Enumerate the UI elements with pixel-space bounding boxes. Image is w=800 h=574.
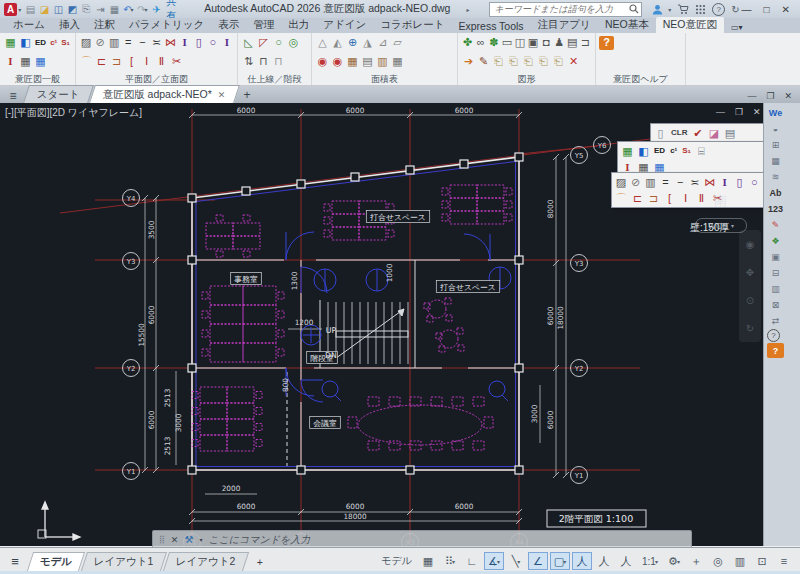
share-button[interactable]: ✈ [149,2,163,16]
status-menu-button[interactable]: ≡ [774,552,794,570]
redo-button[interactable]: ↷▾ [135,2,149,16]
column-i-icon[interactable]: I [178,36,192,50]
cmd-caret-icon[interactable]: ▾ [199,536,202,543]
layout-tab-0[interactable]: モデル [27,552,85,571]
door-swing-icon[interactable]: ⌒ [614,191,629,205]
area-tri-icon[interactable]: △ [315,36,330,50]
shutter-icon[interactable]: ⌸ [694,144,709,158]
ribbon-tab-0[interactable]: ホーム [6,17,52,33]
s1c1-text-icon[interactable]: S₁ [680,144,693,158]
kitchen-icon[interactable]: ▣ [526,36,539,50]
cmd-close-icon[interactable]: ✕ [171,535,179,545]
minimize-button[interactable]: — [742,4,752,15]
workspace-switching-button-caret[interactable]: ▾ [677,558,680,565]
person-icon[interactable]: ♟ [553,36,566,50]
ribbon-tab-1[interactable]: 挿入 [52,17,87,33]
rail2-icon[interactable]: ⊓ [271,55,286,69]
library4-icon[interactable]: ⎗ [536,55,551,69]
layer-palette-icon[interactable]: ≋ [767,169,784,184]
new-drawing-tab-button[interactable]: + [237,87,256,103]
vp-minimize-icon[interactable]: — [716,107,725,117]
comment-palette-icon[interactable]: ◒ [767,121,784,136]
column-round-icon[interactable]: ○ [747,175,761,189]
text-style-palette-icon[interactable]: Ab [767,185,784,200]
maximize-button[interactable]: □ [764,4,770,15]
web-palette-icon[interactable]: We [767,105,784,120]
close-button[interactable]: ✕ [782,4,790,15]
wall-double-icon[interactable]: = [658,175,672,189]
polar-tracking-toggle-caret[interactable]: ▾ [497,558,500,565]
rail-icon[interactable]: ⊓ [256,55,271,69]
check-icon[interactable]: ✔ [690,126,705,140]
jamb1-icon[interactable]: [ [124,55,139,69]
snap-mode-toggle[interactable]: ⠿▾ [440,552,460,570]
snap-mode-toggle-caret[interactable]: ▾ [452,558,455,565]
blue-table-icon[interactable]: ▦ [33,55,48,69]
area-half-icon[interactable]: ◭ [330,36,345,50]
search-icon[interactable] [629,4,639,14]
ribbon-tab-5[interactable]: 管理 [246,17,281,33]
cmd-grip-icon[interactable]: ⣿ [159,535,165,544]
viewport-controls[interactable]: [-][平面図][2D ワイヤフレーム] [5,106,142,120]
wall-break-icon[interactable]: ⋈ [164,36,178,50]
hatch-edit-icon[interactable]: ▥ [644,175,658,189]
wall-double-icon[interactable]: = [121,36,135,50]
new-layout-button[interactable]: + [245,553,277,570]
annotation-scale-button-caret[interactable]: ▾ [655,558,658,565]
jamb1-icon[interactable]: [ [662,191,677,205]
pan-icon[interactable]: ✥ [746,267,754,278]
wc-icon[interactable]: ◫ [513,36,526,50]
column-rect-icon[interactable]: ▯ [733,175,747,189]
help-palette-icon[interactable]: ? [767,329,780,342]
account-icon[interactable] [652,4,663,15]
file-tab-menu-icon[interactable]: ≡ [0,89,26,103]
print-button[interactable]: ▦ [107,2,121,16]
ribbon-tab-10[interactable]: 注目アプリ [531,17,598,33]
undo-button-caret[interactable]: ▾ [131,6,134,13]
wall-single-icon[interactable]: − [673,175,687,189]
ortho-toggle[interactable]: ∟ [462,552,482,570]
markup-palette-icon[interactable]: ✎ [767,217,784,232]
hatch-wall-icon[interactable]: ▨ [614,175,628,189]
open-button[interactable]: ◪ [37,2,51,16]
area-table-icon[interactable]: ▦ [345,55,360,69]
layout-menu-icon[interactable]: ≡ [0,554,30,569]
zoom-icon[interactable]: ⊙ [746,295,754,306]
block-icon[interactable]: ▤ [566,36,579,50]
jamb3-icon[interactable]: Ⅱ [694,191,709,205]
finish-line-icon[interactable]: ◺ [241,36,256,50]
sheet-icon[interactable]: ▯ [653,126,668,140]
file-tab-1[interactable]: 意匠図版 adpack-NEO*✕ [89,85,240,103]
viewcube-south-face[interactable]: 南 [714,192,727,210]
adpack-media-icon[interactable]: ◧ [636,144,651,158]
help-icon[interactable]: ? [712,3,725,16]
annotation-scale-button[interactable]: 1:1▾ [638,552,662,570]
area-table3-icon[interactable]: ▥ [375,55,390,69]
layout-tab-1[interactable]: レイアウト1 [81,552,167,571]
area-tri2-icon[interactable]: ⊿ [375,36,390,50]
undo-button[interactable]: ↶▾ [121,2,135,16]
area-plus-icon[interactable]: ⊕ [345,36,360,50]
dark-table-icon[interactable]: ▦ [18,55,33,69]
doc-close-button[interactable]: ✕ [784,91,792,101]
c1-text-icon[interactable]: c¹ [48,36,59,50]
library3-icon[interactable]: ⎗ [521,55,536,69]
area-table2-icon[interactable]: ▤ [360,55,375,69]
vp-restore-icon[interactable]: ❐ [735,107,743,117]
grid-settings-icon[interactable]: ▦ [620,144,635,158]
object-snap-toggle[interactable]: ▢▾ [550,552,570,570]
area-fig-icon[interactable]: ▱ [390,36,405,50]
library2-icon[interactable]: ⎗ [506,55,521,69]
trim-icon[interactable]: ✂ [169,55,184,69]
wall-joint-icon[interactable]: ≍ [149,36,163,50]
cmd-customize-icon[interactable]: ⚒ [184,534,193,545]
app-menu-button[interactable]: A [4,3,17,16]
plant-icon[interactable]: ✽ [487,36,500,50]
ed-text-icon[interactable]: ED [33,36,48,50]
ribbon-tab-options[interactable]: ▭▾ [724,22,750,33]
save-button[interactable]: ◫ [51,2,65,16]
jamb2-icon[interactable]: Ⅰ [678,191,693,205]
area-angle-icon[interactable]: ◮ [360,36,375,50]
hatch-none-icon[interactable]: ⊘ [93,36,107,50]
printer-icon[interactable]: ▤ [722,126,737,140]
